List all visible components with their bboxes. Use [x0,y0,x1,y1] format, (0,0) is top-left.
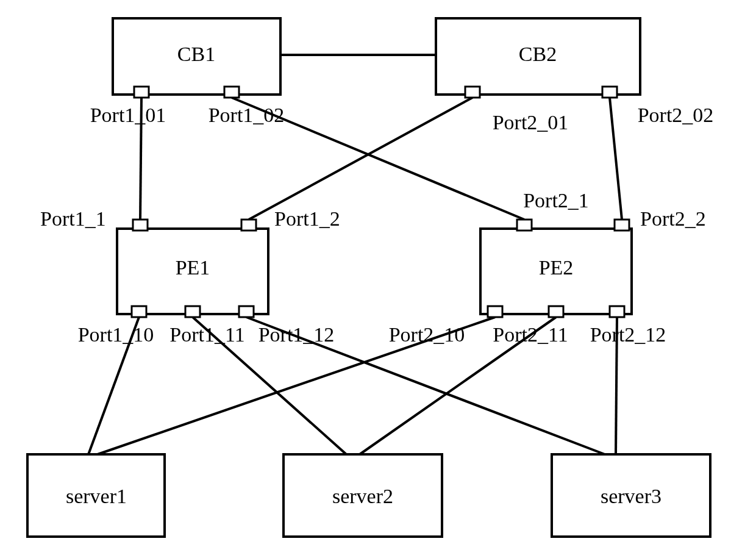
port-pe1-12-label: Port1_12 [259,323,335,346]
port-pe1-2 [241,220,256,231]
port-pe2-1-label: Port2_1 [523,189,589,212]
port-cb2-02-label: Port2_02 [638,104,714,126]
node-pe2: PE2 [480,220,632,317]
port-cb2-01-label: Port2_01 [493,111,569,134]
port-pe1-11 [185,306,200,317]
port-pe2-2-label: Port2_2 [640,207,706,230]
pe2-label: PE2 [539,256,574,279]
cb1-label: CB1 [177,43,215,65]
cb2-label: CB2 [519,43,557,65]
port-pe1-10 [132,306,146,317]
server1-label: server1 [66,485,127,507]
pe1-label: PE1 [176,256,210,279]
port-pe2-12-label: Port2_12 [590,323,666,346]
port-pe1-12 [239,306,254,317]
port-cb2-02 [602,87,617,98]
port-pe1-1-label: Port1_1 [40,207,106,230]
port-cb2-01 [465,87,480,98]
node-pe1: PE1 [117,220,268,317]
node-cb2: CB2 [436,18,640,98]
node-cb1: CB1 [113,18,280,98]
port-pe2-11 [549,306,563,317]
port-pe2-2 [615,220,629,231]
server2-label: server2 [332,485,393,507]
port-pe2-10-label: Port2_10 [389,323,465,346]
port-pe2-1 [517,220,532,231]
port-cb1-02 [224,87,239,98]
port-pe1-11-label: Port1_11 [169,323,244,346]
network-topology-diagram: CB1 Port1_01 Port1_02 CB2 Port2_01 Port2… [0,0,756,558]
node-server1: server1 [27,454,165,537]
port-cb1-02-label: Port1_02 [209,104,285,126]
port-pe2-12 [610,306,624,317]
server3-label: server3 [601,485,661,507]
port-pe1-2-label: Port1_2 [274,207,340,230]
port-pe2-10 [488,306,502,317]
port-cb1-01-label: Port1_01 [90,104,166,126]
node-server3: server3 [552,454,710,537]
node-server2: server2 [284,454,442,537]
port-pe1-10-label: Port1_10 [78,323,154,346]
port-pe2-11-label: Port2_11 [493,323,568,346]
port-pe1-1 [133,220,148,231]
port-cb1-01 [134,87,149,98]
link-cb2-pe2 [610,98,622,220]
